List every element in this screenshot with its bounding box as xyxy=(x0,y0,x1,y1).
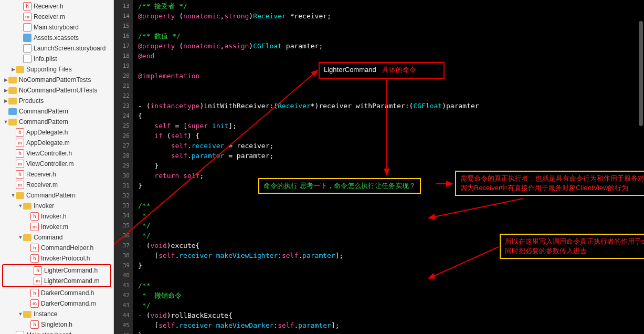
annotation-execute-question: 命令的执行 思考一下，命令怎么执行让任务实现？ xyxy=(258,178,421,194)
line-number: 21 xyxy=(114,81,133,91)
file-tree-item[interactable]: mReceiver.m xyxy=(0,180,113,190)
file-tree-item[interactable]: Supporting Files xyxy=(0,64,113,75)
code-line[interactable]: * 撤销命令 xyxy=(138,290,644,300)
code-line[interactable]: - (void)rollBackExcute{ xyxy=(138,310,644,320)
file-tree-item[interactable]: mInvoker.m xyxy=(0,222,113,232)
file-tree-item[interactable]: NoCommandPatternUITests xyxy=(0,85,113,96)
folder-y-file-icon xyxy=(8,119,17,126)
code-line[interactable]: /** 接受者 */ xyxy=(138,1,644,11)
file-label: InvokerProtocol.h xyxy=(41,255,90,262)
annotation-behavior-line1: 所以在这里写入调用命令真正执行者的作用于clientView对象的行为 xyxy=(505,237,644,246)
disclosure-triangle-icon[interactable] xyxy=(18,203,23,208)
code-line[interactable]: @end xyxy=(138,51,644,61)
editor-scrollbar[interactable] xyxy=(638,0,643,334)
code-editor[interactable]: 1314151617181920212223242526272829303132… xyxy=(114,0,644,334)
code-line[interactable]: } xyxy=(138,260,644,270)
file-tree-item[interactable]: CommandPattern xyxy=(0,117,113,127)
file-tree-item[interactable]: hInvoker.h xyxy=(0,211,113,222)
file-tree-item[interactable]: hLighterCommand.h xyxy=(3,265,110,276)
line-number: 23 xyxy=(114,101,133,111)
file-label: NoCommandPatternUITests xyxy=(19,87,97,94)
file-tree-item[interactable]: Main.storyboard xyxy=(0,22,113,33)
folder-y-file-icon xyxy=(8,87,17,94)
code-line[interactable]: */ xyxy=(138,221,644,231)
disclosure-triangle-icon[interactable] xyxy=(3,77,8,82)
h-file-icon: h xyxy=(16,170,24,179)
file-label: ViewController.h xyxy=(26,150,72,157)
file-navigator[interactable]: hReceiver.hmReceiver.mMain.storyboardAss… xyxy=(0,0,114,334)
code-line[interactable]: @property (nonatomic,strong)Receiver *re… xyxy=(138,11,644,21)
file-tree-item[interactable]: Instance xyxy=(0,309,113,319)
code-line[interactable] xyxy=(138,270,644,280)
file-tree-item[interactable]: mDarkerCommand.m xyxy=(0,298,113,309)
code-area[interactable]: /** 接受者 */@property (nonatomic,strong)Re… xyxy=(133,1,644,334)
file-tree-item[interactable]: hDarkerCommand.h xyxy=(0,288,113,298)
code-line[interactable]: self = [super init]; xyxy=(138,121,644,131)
m-file-icon: m xyxy=(16,181,24,189)
disclosure-triangle-icon[interactable] xyxy=(10,67,16,72)
disclosure-triangle-icon[interactable] xyxy=(3,88,8,93)
code-line[interactable] xyxy=(138,81,644,91)
file-label: Supporting Files xyxy=(26,66,72,73)
file-tree-item[interactable]: Info.plist xyxy=(0,54,113,64)
file-tree-item[interactable]: hViewController.h xyxy=(0,148,113,159)
file-label: AppDelegate.h xyxy=(26,129,68,136)
file-tree-item[interactable]: Invoker xyxy=(0,201,113,211)
code-line[interactable]: */ xyxy=(138,300,644,310)
file-label: Invoker xyxy=(34,202,54,210)
m-file-icon: m xyxy=(16,160,24,168)
file-tree-item[interactable]: hCommandHelper.h xyxy=(0,243,113,253)
code-line[interactable]: } xyxy=(138,330,644,334)
line-number: 28 xyxy=(114,151,133,161)
code-line[interactable]: /** xyxy=(138,201,644,211)
code-line[interactable]: /** xyxy=(138,280,644,290)
file-tree-item[interactable]: Assets.xcassets xyxy=(0,33,113,43)
line-number: 39 xyxy=(114,260,133,270)
code-line[interactable]: * xyxy=(138,211,644,221)
story-file-icon xyxy=(23,44,31,53)
file-label: LighterCommand.m xyxy=(44,277,99,285)
file-tree-item[interactable]: LaunchScreen.storyboard xyxy=(0,43,113,54)
line-number: 17 xyxy=(114,41,133,51)
code-line[interactable]: @property (nonatomic,assign)CGFloat para… xyxy=(138,41,644,51)
line-number: 45 xyxy=(114,320,133,330)
file-tree-item[interactable]: hReceiver.h xyxy=(0,1,113,12)
annotation-class-name-text: LighterCommand xyxy=(324,66,376,74)
annotation-class-name: LighterCommand 具体的命令 xyxy=(319,62,445,79)
code-line[interactable]: self.paramter = paramter; xyxy=(138,151,644,161)
file-tree-item[interactable]: hInvokerProtocol.h xyxy=(0,253,113,264)
disclosure-triangle-icon[interactable] xyxy=(18,311,23,317)
file-tree-item[interactable]: hSingleton.h xyxy=(0,319,113,330)
line-number: 34 xyxy=(114,211,133,221)
file-tree-item[interactable]: CommandPattern xyxy=(0,190,113,201)
line-number: 41 xyxy=(114,280,133,290)
code-line[interactable]: - (instancetype)initWithReceiver:(Receiv… xyxy=(138,101,644,111)
file-tree-item[interactable]: mLighterCommand.m xyxy=(3,276,110,286)
code-line[interactable]: /** 数值 */ xyxy=(138,31,644,41)
disclosure-triangle-icon[interactable] xyxy=(3,98,8,103)
disclosure-triangle-icon[interactable] xyxy=(18,235,23,240)
disclosure-triangle-icon[interactable] xyxy=(10,193,16,198)
file-tree-item[interactable]: mReceiver.m xyxy=(0,12,113,22)
file-tree-item[interactable]: hAppDelegate.h xyxy=(0,127,113,138)
code-line[interactable]: [self.receiver makeViewDarker:self.param… xyxy=(138,320,644,330)
code-line[interactable]: self.receiver = receiver; xyxy=(138,141,644,151)
code-line[interactable] xyxy=(138,21,644,31)
file-tree-item[interactable]: mViewController.m xyxy=(0,159,113,169)
code-line[interactable] xyxy=(138,91,644,101)
code-line[interactable]: { xyxy=(138,111,644,121)
code-line[interactable]: } xyxy=(138,161,644,171)
file-tree-item[interactable]: NoCommandPatternTests xyxy=(0,75,113,85)
file-label: Receiver.h xyxy=(26,171,56,178)
scrollbar-thumb[interactable] xyxy=(639,21,643,126)
file-tree-item[interactable]: mAppDelegate.m xyxy=(0,138,113,148)
file-tree-item[interactable]: hReceiver.h xyxy=(0,169,113,180)
file-tree-item[interactable]: Main.storyboard xyxy=(0,330,113,334)
file-tree-item[interactable]: Products xyxy=(0,96,113,106)
line-number: 37 xyxy=(114,241,133,250)
code-line[interactable]: if (self) { xyxy=(138,131,644,141)
disclosure-triangle-icon[interactable] xyxy=(3,119,8,124)
file-tree-item[interactable]: Command xyxy=(0,232,113,243)
file-tree-item[interactable]: CommandPattern xyxy=(0,106,113,117)
m-file-icon: m xyxy=(30,223,39,231)
